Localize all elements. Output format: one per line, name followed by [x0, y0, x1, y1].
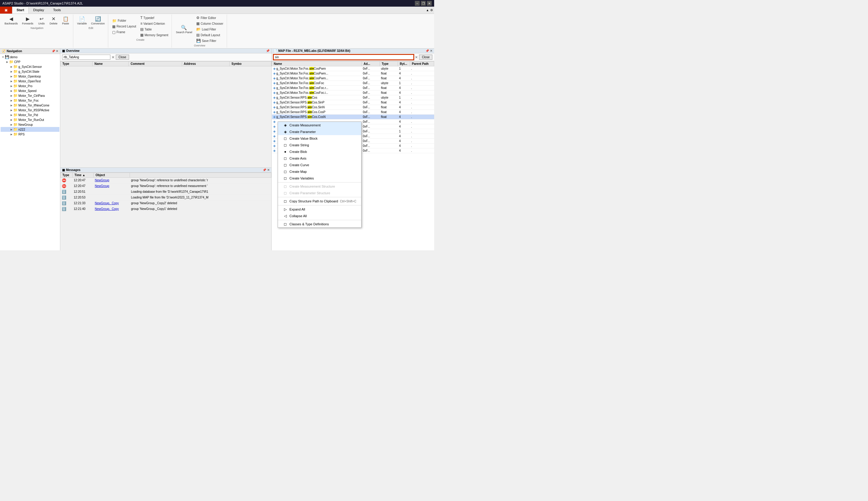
ribbon-btn-record-layout[interactable]: ▦ Record Layout [111, 24, 138, 29]
tree-toggle[interactable]: ▶ [10, 65, 13, 68]
message-row[interactable]: ⛔12:20:47NewGroupgroup 'NewGroup': refer… [61, 177, 271, 183]
context-menu-item[interactable]: ◻Classes & Type Definitions [278, 221, 361, 227]
ribbon-collapse-btn[interactable]: ▲ [426, 9, 429, 12]
nav-tree-item[interactable]: ▼💾demo [1, 55, 59, 60]
nav-tree-item[interactable]: ▶📁g_SysCtrl.State [1, 69, 59, 74]
tree-toggle[interactable]: ▶ [6, 61, 9, 63]
nav-tree-item[interactable]: ▶📁Motor_Tor_IfSSPActive [1, 108, 59, 113]
map-row[interactable]: ◈ g_SysCtrl.Sensor.RPS.sinCos.CosN0xF...… [272, 115, 434, 119]
context-menu-item[interactable]: ◻Create Variables [278, 175, 361, 182]
overview-pin-icon[interactable]: 📌 [266, 49, 270, 53]
ribbon-tab-tools[interactable]: Tools [48, 7, 65, 13]
nav-tree-item[interactable]: ▶📁Motor_Openloop [1, 74, 59, 79]
context-menu-item[interactable]: ◻Create Axis [278, 155, 361, 162]
map-search-input[interactable] [273, 55, 414, 60]
context-menu-item[interactable]: ◻Copy Structure Path to ClipboardCtrl+Sh… [278, 198, 361, 204]
messages-close-icon[interactable]: ✕ [267, 168, 270, 172]
ribbon-btn-frame[interactable]: ▢ Frame [111, 30, 138, 35]
context-menu-item[interactable]: ◈Create Parameter [278, 128, 361, 135]
ribbon-btn-backwards[interactable]: ◀ Backwards [3, 15, 19, 26]
tree-toggle[interactable]: ▶ [10, 118, 13, 121]
map-row[interactable]: ◈ g_SysCtrl.Sensor.RPS.sinCos.CosP0xF...… [272, 110, 434, 115]
ribbon-btn-table[interactable]: ▤ Table [139, 26, 170, 32]
ribbon-tab-start[interactable]: Start [12, 7, 29, 13]
restore-button[interactable]: ❐ [421, 1, 426, 6]
context-menu-item[interactable]: ◻Create String [278, 142, 361, 148]
map-row[interactable]: ◈ g_SysCtrl.Sensor.RPS.sinCos0xF...ubyte… [272, 95, 434, 100]
overview-search-input[interactable] [62, 55, 110, 60]
map-row[interactable]: ◈ g_SysCtrl.Motor.Tor.Foc.sinCosFoc.r...… [272, 86, 434, 90]
nav-tree-item[interactable]: ▶📁Motor_Tor_Pid [1, 113, 59, 117]
nav-tree-item[interactable]: ▶📁Motor_Tor_CtrlPara [1, 93, 59, 98]
ribbon-btn-save-filter[interactable]: 💾 Save Filter [195, 38, 225, 43]
ribbon-btn-typedef[interactable]: T Typedef [139, 15, 170, 21]
context-menu-item[interactable]: ▷Expand All [278, 206, 361, 213]
close-button[interactable]: ✕ [427, 1, 432, 6]
nav-tree-item[interactable]: ▶📁Motor_Tor_IfNewCome [1, 103, 59, 108]
context-menu-item[interactable]: ◻Create Curve [278, 162, 361, 168]
tree-toggle[interactable]: ▶ [10, 80, 13, 83]
tree-toggle[interactable]: ▶ [10, 99, 13, 102]
messages-pin-icon[interactable]: 📌 [263, 168, 266, 172]
ribbon-tab-home[interactable]: ▣ [0, 7, 12, 13]
context-menu-item[interactable]: ●Create Blob [278, 148, 361, 155]
nav-tree-item[interactable]: ▶📁Motor_Speed [1, 88, 59, 93]
map-row[interactable]: ◈ g_SysCtrl.Sensor.RPS.sinCos.SinP0xF...… [272, 100, 434, 105]
ribbon-btn-folder[interactable]: 📁 Folder [111, 18, 138, 23]
map-row[interactable]: ◈ g_SysCtrl.Motor.Tor.Foc.sinCosFoc0xF..… [272, 81, 434, 86]
tree-toggle[interactable]: ▶ [10, 85, 13, 87]
context-menu-item[interactable]: ◁Collapse All [278, 213, 361, 219]
ribbon-settings-btn[interactable]: ⚙ [430, 9, 433, 12]
map-table-scroll[interactable]: Name Ad... Type Byt... Parent Path ◈ g_S… [272, 61, 434, 250]
minimize-button[interactable]: − [415, 1, 420, 6]
context-menu-item[interactable]: ◻Create Map [278, 168, 361, 175]
context-menu-item[interactable]: ◻Create Value Block [278, 135, 361, 142]
ribbon-btn-load-filter[interactable]: 📂 Load Filter [195, 26, 225, 32]
ribbon-btn-conversion[interactable]: 🔄 Conversion [89, 15, 106, 26]
ribbon-btn-variable[interactable]: 📄 Variable [76, 15, 88, 26]
overview-search-clear-icon[interactable]: ✕ [111, 55, 115, 60]
nav-tree-item[interactable]: ▶📁n222 [1, 127, 59, 132]
nav-tree-item[interactable]: ▶📁g_SysCtrl.Sensor [1, 64, 59, 69]
tree-toggle[interactable]: ▶ [10, 89, 13, 92]
msg-object-link[interactable]: NewGroup [95, 184, 109, 188]
nav-pin-icon[interactable]: 📌 [52, 50, 55, 53]
context-menu-item[interactable]: ◈Create Measurement [278, 122, 361, 128]
tree-toggle[interactable]: ▶ [10, 94, 13, 97]
message-row[interactable]: ℹ️12:21:33NewGroup._Copygroup 'NewGroup.… [61, 200, 271, 206]
tree-toggle[interactable]: ▶ [10, 109, 13, 111]
map-row[interactable]: ◈ g_SysCtrl.Motor.Tor.Foc.sinCosPwm...0x… [272, 71, 434, 76]
ribbon-btn-filter-editor[interactable]: ⚙ Filter Editor [195, 15, 225, 21]
ribbon-btn-undo[interactable]: ↩ Undo [36, 15, 47, 26]
ribbon-btn-memory-segment[interactable]: ▦ Memory Segment [139, 32, 170, 38]
tree-toggle[interactable]: ▶ [10, 70, 13, 73]
map-row[interactable]: ◈ g_SysCtrl.Motor.Tor.Foc.sinCosFoc.i...… [272, 90, 434, 95]
messages-table-scroll[interactable]: Type Time ▲ Object ⛔12:20:47NewGroupgrou… [60, 172, 271, 250]
nav-tree-item[interactable]: ▶📁Motor_Tor_Foc [1, 98, 59, 103]
ribbon-btn-delete[interactable]: ✕ Delete [48, 15, 59, 26]
message-row[interactable]: ⛔12:20:47NewGroupgroup 'NewGroup': refer… [61, 183, 271, 189]
map-row[interactable]: ◈ g_SysCtrl.Sensor.RPS.sinCos.SinN0xF...… [272, 105, 434, 110]
nav-tree-item[interactable]: ▶📁Motor_OpenTest [1, 79, 59, 84]
nav-tree-item[interactable]: ▶📁CPP [1, 60, 59, 64]
nav-close-icon[interactable]: ✕ [56, 50, 58, 53]
msg-object-link[interactable]: NewGroup._Copy [95, 207, 119, 211]
nav-tree-item[interactable]: ▶📁NewGroup [1, 122, 59, 127]
ribbon-btn-default-layout[interactable]: ▤ Default Layout [195, 32, 225, 38]
tree-toggle[interactable]: ▶ [10, 114, 13, 116]
map-search-clear-icon[interactable]: ✕ [415, 55, 418, 60]
map-row[interactable]: ◈ g_SysCtrl.Motor.Tor.Foc.sinCosPwm0xF..… [272, 66, 434, 71]
nav-tree-item[interactable]: ▶📁Motor_Tor_RunOut [1, 117, 59, 122]
nav-tree-item[interactable]: ▶📁RPS [1, 132, 59, 137]
tree-toggle[interactable]: ▶ [10, 128, 13, 131]
ribbon-btn-paste[interactable]: 📋 Paste [60, 15, 71, 26]
msg-object-link[interactable]: NewGroup [95, 179, 109, 182]
map-close-icon[interactable]: ✕ [430, 49, 432, 53]
ribbon-btn-search-panel[interactable]: 🔍 Search Panel [174, 24, 194, 35]
tree-toggle[interactable]: ▶ [10, 133, 13, 136]
nav-tree-item[interactable]: ▶📁Motor_Pro [1, 84, 59, 88]
overview-close-button[interactable]: Close [116, 55, 129, 60]
map-close-button[interactable]: Close [419, 55, 432, 60]
msg-object-link[interactable]: NewGroup._Copy [95, 202, 119, 205]
overview-table-scroll[interactable]: Type Name Comment Address Symbo [60, 61, 271, 168]
